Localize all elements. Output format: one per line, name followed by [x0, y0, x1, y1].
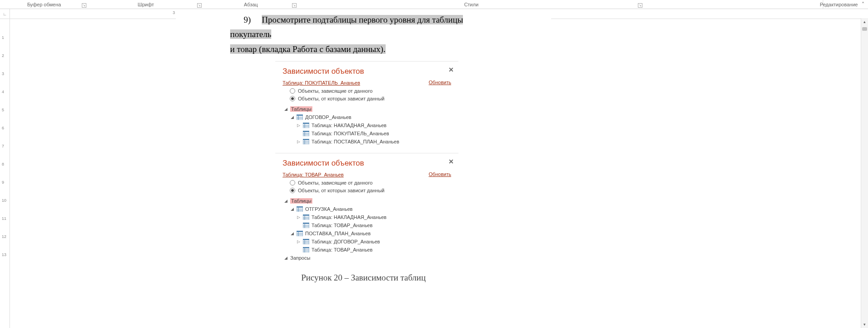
- expand-icon[interactable]: ▷: [296, 239, 301, 244]
- expand-icon[interactable]: ▷: [296, 123, 301, 128]
- radio-icon: [290, 188, 295, 193]
- ribbon-group-clipboard: Буфер обмена ↘: [0, 0, 88, 9]
- list-number: 9): [230, 13, 262, 27]
- table-icon: [303, 131, 309, 136]
- table-icon: [303, 223, 309, 228]
- tree-item[interactable]: Таблица: ТОВАР_Ананьев: [283, 221, 451, 229]
- scroll-thumb[interactable]: [862, 27, 867, 31]
- refresh-link[interactable]: Обновить: [429, 171, 451, 177]
- svg-rect-36: [297, 231, 303, 232]
- dialog-launcher-icon[interactable]: ↘: [197, 3, 202, 8]
- ribbon-group-editing: Редактирование: [823, 0, 868, 9]
- radio-icon: [290, 180, 295, 185]
- tree-item[interactable]: ▷ Таблица: ДОГОВОР_Ананьев: [283, 238, 451, 246]
- radio-icon: [290, 88, 295, 94]
- tree-item[interactable]: Таблица: ТОВАР_Ананьев: [283, 246, 451, 254]
- table-icon: [303, 214, 309, 220]
- tree-category-queries[interactable]: ◢ Запросы: [283, 254, 451, 262]
- dependency-tree: ◢ Таблицы ◢ ДОГОВОР_Ананьев ▷ Таблица: Н…: [283, 105, 451, 146]
- body-paragraph[interactable]: 9)Просмотрите подтаблицы первого уровня …: [176, 9, 551, 57]
- table-icon: [297, 206, 303, 212]
- radio-depends-on-this[interactable]: Объекты, зависящие от данного: [290, 180, 451, 185]
- expand-icon[interactable]: ▷: [296, 139, 301, 144]
- tree-item[interactable]: Таблица: ПОКУПАТЕЛЬ_Ананьев: [283, 129, 451, 138]
- collapse-ribbon-icon[interactable]: ˄: [862, 1, 864, 8]
- expand-icon[interactable]: ◢: [290, 207, 294, 211]
- dialog-launcher-icon[interactable]: ↘: [82, 3, 86, 8]
- svg-rect-46: [303, 247, 309, 248]
- svg-rect-1: [297, 114, 303, 116]
- ribbon-group-styles: Стили ↘: [298, 0, 644, 9]
- radio-this-depends-on[interactable]: Объекты, от которых зависит данный: [290, 96, 451, 101]
- svg-rect-21: [297, 206, 303, 208]
- radio-this-depends-on[interactable]: Объекты, от которых зависит данный: [290, 188, 451, 193]
- radio-depends-on-this[interactable]: Объекты, зависящие от данного: [290, 88, 451, 94]
- ribbon-group-font: Шрифт ↘: [88, 0, 203, 9]
- ribbon-group-labels: Буфер обмена ↘ Шрифт ↘ Абзац ↘ Стили ↘ Р…: [0, 0, 868, 9]
- svg-rect-6: [303, 123, 309, 124]
- tree-item[interactable]: ▷ Таблица: НАКЛАДНАЯ_Ананьев: [283, 213, 451, 221]
- expand-icon[interactable]: ◢: [283, 199, 288, 203]
- vertical-scrollbar[interactable]: ▴ ▾: [861, 18, 868, 328]
- dependencies-panel-1: Зависимости объектов ✕ Таблица: ПОКУПАТЕ…: [275, 61, 458, 148]
- dialog-launcher-icon[interactable]: ↘: [292, 3, 297, 8]
- refresh-link[interactable]: Обновить: [429, 80, 451, 85]
- tree-category[interactable]: ◢ Таблицы: [283, 105, 451, 113]
- vertical-ruler[interactable]: ∟ 1 2 3 4 5 6 7 8 9 10 11 12 13: [0, 9, 10, 328]
- tree-item[interactable]: ▷ Таблица: НАКЛАДНАЯ_Ананьев: [283, 121, 451, 129]
- scroll-up-icon[interactable]: ▴: [861, 18, 868, 25]
- svg-rect-16: [303, 139, 309, 140]
- svg-rect-11: [303, 131, 309, 132]
- close-icon[interactable]: ✕: [448, 66, 454, 73]
- expand-icon[interactable]: ◢: [290, 115, 294, 119]
- scroll-down-icon[interactable]: ▾: [861, 321, 868, 328]
- table-icon: [303, 123, 309, 128]
- figure-caption: Рисунок 20 – Зависимости таблиц: [176, 273, 551, 283]
- expand-icon[interactable]: ◢: [283, 256, 288, 260]
- tree-item[interactable]: ◢ ПОСТАВКА_ПЛАН_Ананьев: [283, 229, 451, 238]
- panel-title: Зависимости объектов: [283, 159, 451, 168]
- svg-rect-26: [303, 214, 309, 216]
- table-icon: [303, 139, 309, 144]
- ribbon-group-paragraph: Абзац ↘: [203, 0, 298, 9]
- panel-title: Зависимости объектов: [283, 67, 451, 76]
- table-icon: [303, 247, 309, 252]
- svg-rect-31: [303, 223, 309, 224]
- expand-icon[interactable]: ▷: [296, 215, 301, 219]
- table-link[interactable]: Таблица: ТОВАР_Ананьев: [283, 172, 344, 177]
- dependency-tree: ◢ Таблицы ◢ ОТГРУЗКА_Ананьев ▷ Таблица: …: [283, 197, 451, 262]
- tree-item[interactable]: ◢ ДОГОВОР_Ананьев: [283, 113, 451, 121]
- table-icon: [297, 231, 303, 236]
- expand-icon[interactable]: ◢: [283, 107, 288, 111]
- dialog-launcher-icon[interactable]: ↘: [638, 3, 642, 8]
- radio-icon: [290, 96, 295, 101]
- svg-rect-41: [303, 239, 309, 240]
- expand-icon[interactable]: ◢: [290, 231, 294, 236]
- table-icon: [303, 239, 309, 244]
- document-page[interactable]: 9)Просмотрите подтаблицы первого уровня …: [176, 9, 551, 283]
- close-icon[interactable]: ✕: [448, 158, 454, 165]
- tree-item[interactable]: ◢ ОТГРУЗКА_Ананьев: [283, 205, 451, 213]
- tab-selector[interactable]: ∟: [0, 9, 9, 19]
- dependencies-panel-2: Зависимости объектов ✕ Таблица: ТОВАР_Ан…: [275, 153, 458, 265]
- table-icon: [297, 114, 303, 120]
- tree-item[interactable]: ▷ Таблица: ПОСТАВКА_ПЛАН_Ананьев: [283, 138, 451, 146]
- tree-category[interactable]: ◢ Таблицы: [283, 197, 451, 205]
- table-link[interactable]: Таблица: ПОКУПАТЕЛЬ_Ананьев: [283, 80, 360, 86]
